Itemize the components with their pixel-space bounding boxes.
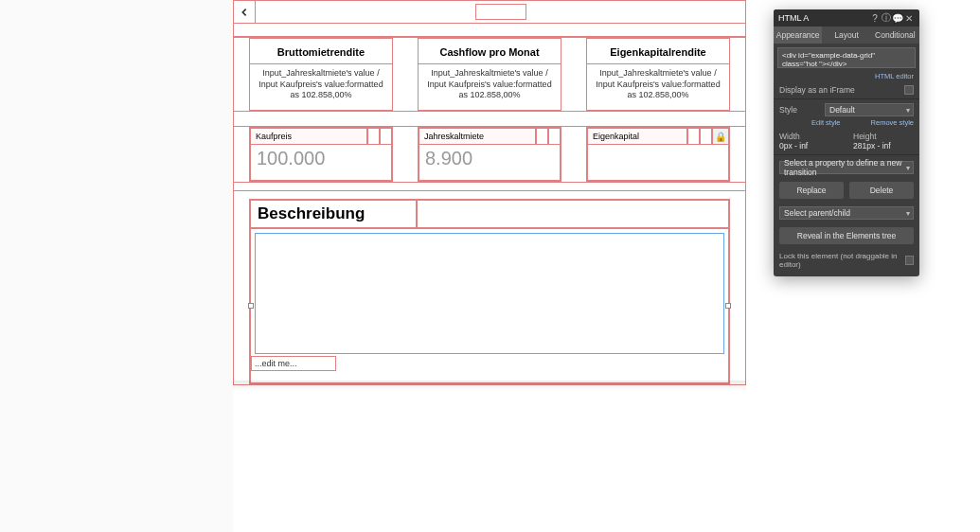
top-bar-fill	[256, 0, 746, 24]
metric-card[interactable]: Eigenkapitalrendite Input_Jahreskaltmiet…	[586, 38, 730, 111]
edit-me-placeholder[interactable]: ...edit me...	[252, 357, 335, 370]
resize-handle-right[interactable]	[725, 303, 731, 309]
input-value[interactable]: 100.000	[250, 145, 392, 181]
metric-card-body: Input_Jahreskaltmiete's value / Input Ka…	[587, 64, 729, 105]
metric-cards-row: Bruttomietrendite Input_Jahreskaltmiete'…	[233, 37, 746, 112]
html-editor-link[interactable]: HTML editor	[774, 72, 919, 83]
metric-card[interactable]: Cashflow pro Monat Input_Jahreskaltmiete…	[418, 38, 561, 111]
chevron-left-icon	[240, 8, 249, 17]
page-bottom-shadow	[233, 381, 746, 392]
remove-style-link[interactable]: Remove style	[871, 118, 914, 127]
input-aux[interactable]	[367, 128, 380, 145]
input-value[interactable]: 8.900	[419, 145, 561, 181]
top-center-slot[interactable]	[475, 4, 526, 20]
canvas-gutter-left	[0, 0, 233, 532]
width-value[interactable]: 0px - inf	[779, 141, 840, 151]
top-bar	[233, 0, 746, 24]
description-textarea[interactable]	[255, 233, 724, 354]
spacer	[233, 112, 746, 127]
dimensions-row: Width 0px - inf Height 281px - inf	[774, 130, 919, 152]
lock-element-label: Lock this element (not draggable in edit…	[779, 252, 901, 269]
input-label: Jahreskaltmiete	[419, 128, 536, 145]
tab-conditional[interactable]: Conditional	[871, 27, 919, 44]
iframe-row: Display as an iFrame	[774, 83, 919, 97]
info-icon[interactable]: ⓘ	[881, 12, 892, 24]
input-card-kaufpreis[interactable]: Kaufpreis 100.000	[249, 127, 393, 182]
metric-card-title: Bruttomietrendite	[250, 39, 392, 64]
delete-button[interactable]: Delete	[849, 182, 914, 199]
input-aux[interactable]	[380, 128, 392, 145]
editor-canvas: Bruttomietrendite Input_Jahreskaltmiete'…	[0, 0, 746, 532]
input-label: Eigenkapital	[587, 128, 687, 145]
back-button[interactable]	[233, 0, 256, 24]
height-value[interactable]: 281px - inf	[853, 141, 914, 151]
description-body: ...edit me...	[250, 228, 729, 383]
transition-select[interactable]: Select a property to define a new transi…	[779, 161, 914, 174]
tab-layout[interactable]: Layout	[822, 27, 870, 44]
page-column: Bruttomietrendite Input_Jahreskaltmiete'…	[233, 0, 746, 385]
section-title[interactable]: Beschreibung	[250, 200, 417, 228]
metric-card-title: Eigenkapitalrendite	[587, 39, 729, 64]
panel-title: HTML A	[778, 13, 869, 23]
resize-handle-left[interactable]	[248, 303, 254, 309]
metric-card-body: Input_Jahreskaltmiete's value / Input Ka…	[419, 64, 561, 105]
tab-appearance[interactable]: Appearance	[774, 27, 822, 44]
iframe-checkbox[interactable]	[904, 85, 914, 95]
metric-card-body: Input_Jahreskaltmiete's value / Input Ka…	[250, 64, 392, 105]
reveal-button[interactable]: Reveal in the Elements tree	[779, 227, 914, 244]
edit-style-link[interactable]: Edit style	[811, 118, 840, 127]
comment-icon[interactable]: 💬	[892, 12, 903, 24]
input-aux[interactable]	[548, 128, 561, 145]
input-aux[interactable]	[536, 128, 548, 145]
style-select[interactable]: Default	[825, 103, 914, 116]
property-panel[interactable]: HTML A ? ⓘ 💬 ✕ Appearance Layout Conditi…	[774, 9, 919, 276]
spacer	[233, 24, 746, 37]
iframe-label: Display as an iFrame	[779, 85, 855, 95]
select-parent-child[interactable]: Select parent/child	[779, 206, 914, 220]
section-title-fill	[417, 200, 729, 228]
html-code-field[interactable]: <div id="example-data-grid" class="hot "…	[777, 47, 916, 68]
width-label: Width	[779, 132, 840, 141]
close-icon[interactable]: ✕	[903, 12, 915, 24]
input-value[interactable]	[587, 145, 729, 181]
style-row: Style Default	[774, 101, 919, 118]
metric-card[interactable]: Bruttomietrendite Input_Jahreskaltmiete'…	[249, 38, 393, 111]
replace-button[interactable]: Replace	[779, 182, 844, 199]
panel-header[interactable]: HTML A ? ⓘ 💬 ✕	[774, 9, 919, 27]
input-card-jahreskaltmiete[interactable]: Jahreskaltmiete 8.900	[418, 127, 561, 182]
lock-element-checkbox[interactable]	[905, 256, 914, 265]
panel-tabs: Appearance Layout Conditional	[774, 27, 919, 44]
help-icon[interactable]: ?	[869, 12, 881, 24]
inputs-row: Kaufpreis 100.000 Jahreskaltmiete 8.900 …	[233, 127, 746, 183]
spacer	[233, 183, 746, 191]
style-label: Style	[779, 105, 821, 115]
description-section: Beschreibung ...edit me...	[233, 191, 746, 385]
input-card-eigenkapital[interactable]: Eigenkapital 🔒	[586, 127, 730, 182]
lock-icon[interactable]: 🔒	[712, 128, 729, 145]
height-label: Height	[853, 132, 914, 141]
input-aux[interactable]	[700, 128, 712, 145]
input-aux[interactable]	[687, 128, 700, 145]
input-label: Kaufpreis	[250, 128, 367, 145]
metric-card-title: Cashflow pro Monat	[419, 39, 561, 64]
